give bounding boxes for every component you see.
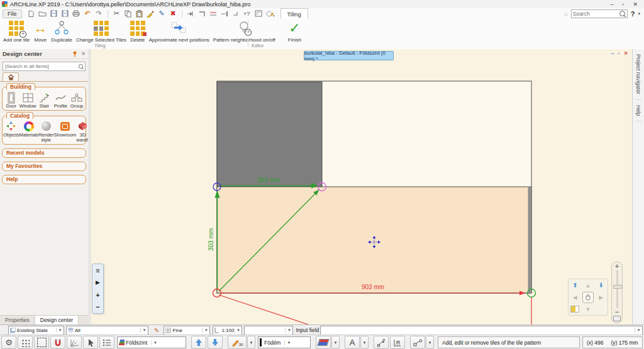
section-recent-models[interactable]: Recent models [2, 148, 86, 158]
delete-icon[interactable]: ✖ [169, 9, 177, 18]
selection-frame-button[interactable] [34, 336, 49, 349]
tab-design-center[interactable]: Design center [35, 316, 79, 324]
move-tile-button[interactable]: ↔ Move [31, 19, 49, 43]
open-folder-icon[interactable] [38, 9, 47, 18]
floor-combo-arrow[interactable]: ▾ [151, 340, 159, 345]
ribbon-tab-tiling[interactable]: Tiling [280, 8, 308, 19]
pan-up-left-icon[interactable]: ⬆ [572, 282, 577, 289]
zoom-handle[interactable] [613, 285, 623, 289]
extra-combo[interactable]: ▾ [244, 326, 293, 335]
pan-left-icon[interactable]: ◀ [573, 294, 577, 301]
red-diagonal-line[interactable] [219, 295, 308, 324]
tab-help-right[interactable]: Help [635, 100, 641, 121]
snap-combo[interactable]: Fine ▾ [164, 326, 210, 335]
offset-icon[interactable] [209, 9, 218, 18]
settings-button[interactable]: ⚙ [1, 336, 16, 349]
state-combo-arrow[interactable]: ▾ [56, 328, 64, 333]
pan-up-right-icon[interactable]: ⬇ [598, 282, 603, 289]
building-item-group[interactable]: Group [69, 91, 85, 109]
move-down-level-button[interactable] [208, 336, 223, 349]
float-zoom-in-icon[interactable]: + [96, 292, 99, 298]
scale-combo[interactable]: 1:100 ▾ [213, 326, 242, 335]
building-item-window[interactable]: Window [19, 91, 36, 109]
file-button[interactable]: File [3, 9, 22, 18]
pattern-neighborhood-button[interactable]: + Pattern neighborhood on/off [211, 19, 277, 43]
catalog-item-3d-warehouse[interactable]: 3D wareh [76, 120, 89, 143]
element-combo-arrow[interactable]: ▾ [284, 340, 292, 345]
search-icon[interactable] [619, 11, 625, 16]
pan-hand-icon[interactable] [582, 292, 594, 303]
layer-pen-icon[interactable]: ✎ [154, 327, 159, 334]
tile-surface[interactable] [217, 187, 531, 293]
snap-toggle-button[interactable] [50, 336, 65, 349]
list-options-button[interactable] [99, 336, 114, 349]
pan-right-icon[interactable]: ▶ [599, 294, 603, 301]
section-help[interactable]: Help [2, 175, 86, 184]
reference-point-button[interactable]: R [390, 336, 405, 349]
corner-trim-icon[interactable] [198, 9, 206, 18]
eraser-button[interactable] [316, 336, 331, 349]
home-small-icon[interactable]: ⌂ [564, 11, 567, 17]
finish-button[interactable]: ✓ Finish [286, 19, 303, 43]
minimize-icon[interactable]: – [610, 1, 613, 8]
doc-restore-icon[interactable]: ▫ [618, 50, 619, 57]
node-move-button[interactable] [374, 336, 389, 349]
chain-dropdown-arrow[interactable]: ▾ [426, 336, 434, 349]
building-item-door[interactable]: Door [3, 91, 19, 109]
catalog-item-materials[interactable]: Materials [19, 120, 38, 143]
pen-dropdown-arrow[interactable]: ▾ [247, 336, 255, 349]
floor-combo[interactable]: Földszint ▾ [117, 336, 186, 348]
brush-icon[interactable] [147, 9, 155, 18]
tab-project-navigator[interactable]: Project navigator [635, 49, 641, 100]
drawing-canvas[interactable]: 303 mm 303 mm 903 mm burkolat_hiba - Def… [91, 49, 632, 324]
select-cursor-button[interactable] [83, 336, 98, 349]
delete-tile-button[interactable]: ✖ Delete [128, 19, 147, 43]
eraser-dropdown-arrow[interactable]: ▾ [331, 336, 340, 349]
angle-snap-button[interactable] [67, 336, 82, 349]
change-selected-tiles-button[interactable]: Change Selected Tiles [74, 19, 128, 43]
extra-combo-arrow[interactable]: ▾ [285, 328, 292, 333]
input-field-input[interactable] [322, 326, 635, 334]
undo-icon[interactable]: ↶ [84, 9, 92, 18]
grid-toggle-button[interactable] [18, 336, 33, 349]
section-my-favourites[interactable]: My Favourites [2, 162, 86, 171]
input-field-arrow[interactable]: ▾ [635, 328, 642, 333]
design-center-home-tab[interactable] [3, 72, 19, 81]
approximate-next-positions-button[interactable]: Approximate next positions [147, 19, 211, 43]
save-as-icon[interactable] [61, 9, 69, 18]
element-type-combo[interactable]: Födém ▾ [258, 336, 311, 348]
document-tab[interactable]: burkolat_hiba - Default - Földszint (0 m… [304, 51, 394, 60]
new-file-icon[interactable] [27, 9, 35, 18]
add-one-tile-button[interactable]: + Add one tile [1, 19, 31, 43]
restore-icon[interactable]: ▫ [622, 1, 624, 8]
hatch-icon[interactable] [255, 9, 263, 18]
text-style-dropdown-arrow[interactable]: ▾ [360, 336, 369, 349]
help-dropdown-icon[interactable]: ▾ [638, 11, 640, 16]
doc-close-icon[interactable]: ✕ [623, 50, 628, 57]
zoom-track[interactable] [616, 270, 618, 308]
catalog-item-showroom[interactable]: Showroom [53, 120, 76, 143]
paste-icon[interactable] [135, 9, 143, 18]
duplicate-button[interactable]: Duplicate [49, 19, 74, 43]
copy-icon[interactable] [124, 9, 132, 18]
float-menu-icon[interactable]: ≡ [96, 267, 99, 274]
catalog-item-objects[interactable]: Objects [3, 120, 19, 143]
extend-icon[interactable] [221, 9, 229, 18]
scale-combo-arrow[interactable]: ▾ [234, 328, 242, 333]
tab-properties[interactable]: Properties [0, 316, 35, 324]
cut-icon[interactable]: ✂ [113, 9, 121, 18]
redo-icon[interactable]: ↷ [95, 9, 103, 18]
building-item-stair[interactable]: Stair [36, 91, 53, 109]
move-endpoint-icon[interactable] [187, 9, 195, 18]
design-center-search-input[interactable] [3, 64, 78, 69]
edit-pencil-icon[interactable]: ✎ [158, 9, 166, 18]
zoom-in-icon[interactable]: + [615, 262, 619, 270]
layout-toggle-icon[interactable] [570, 306, 579, 313]
snap-combo-arrow[interactable]: ▾ [202, 328, 209, 333]
pin-icon[interactable] [72, 51, 77, 57]
pan-down-icon[interactable]: ▼ [586, 306, 591, 313]
measure-icon[interactable]: +? [243, 9, 252, 18]
float-zoom-out-icon[interactable]: − [96, 304, 99, 310]
close-icon[interactable]: ✕ [633, 1, 638, 8]
doc-minimize-icon[interactable]: – [611, 50, 614, 57]
